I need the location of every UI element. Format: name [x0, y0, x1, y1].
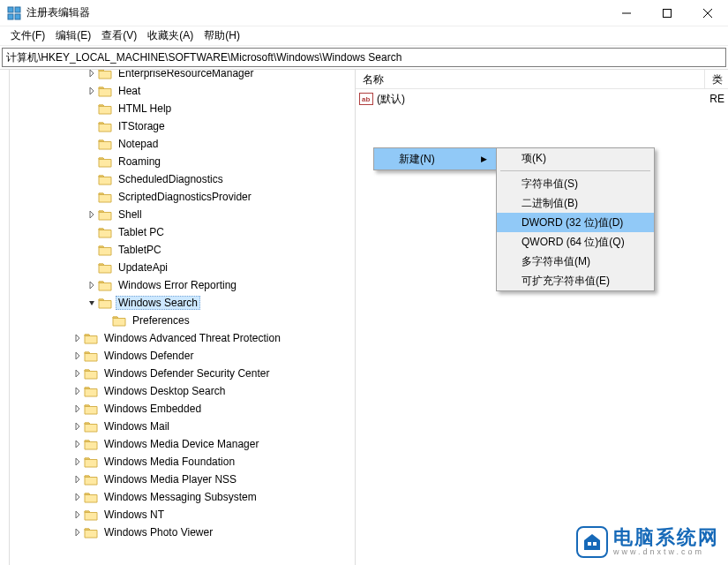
tree-node-label: Windows NT [101, 508, 167, 522]
tree-node[interactable]: Windows Photo Viewer [10, 524, 355, 541]
ctx-sub-qword[interactable]: QWORD (64 位)值(Q) [497, 232, 654, 252]
tree-node[interactable]: Windows Advanced Threat Protection [10, 329, 355, 347]
folder-icon [98, 138, 112, 150]
list-row-default[interactable]: ab (默认) RE [359, 91, 724, 107]
col-name[interactable]: 名称 [356, 70, 705, 88]
folder-icon [98, 261, 112, 274]
chevron-right-icon[interactable] [71, 508, 84, 521]
regedit-icon [7, 6, 21, 20]
chevron-down-icon[interactable] [86, 297, 98, 309]
tree-node[interactable]: Windows Desktop Search [10, 382, 355, 400]
minimize-button[interactable] [606, 0, 647, 26]
content-area: EnterpriseResourceManagerHeatHTML HelpIT… [0, 69, 728, 565]
chevron-right-icon[interactable] [71, 456, 84, 468]
ctx-sub-dword[interactable]: DWORD (32 位)值(D) [497, 213, 654, 232]
ctx-item-new[interactable]: 新建(N) ▶ [374, 148, 496, 170]
tree-node-label: Windows Media Device Manager [101, 437, 261, 451]
folder-icon [84, 473, 98, 486]
tree-node[interactable]: Windows Media Device Manager [10, 435, 355, 453]
menu-view[interactable]: 查看(V) [96, 26, 142, 45]
tree-node[interactable]: Windows Media Foundation [10, 453, 355, 471]
tree-node[interactable]: Tablet PC [10, 223, 355, 241]
address-text: 计算机\HKEY_LOCAL_MACHINE\SOFTWARE\Microsof… [6, 50, 402, 65]
folder-icon [84, 456, 98, 468]
folder-icon [98, 244, 112, 256]
watermark-sub: www.dnxtw.com [613, 547, 719, 556]
folder-icon [98, 155, 112, 168]
chevron-right-icon[interactable] [71, 385, 84, 397]
chevron-right-icon[interactable] [71, 403, 84, 415]
tree-node[interactable]: Windows Mail [10, 418, 355, 435]
tree-node-label: Preferences [130, 313, 192, 328]
svg-rect-2 [8, 14, 13, 19]
tree-node[interactable]: Roaming [10, 153, 355, 170]
tree-node[interactable]: Notepad [10, 135, 355, 153]
ctx-sub-multi[interactable]: 多字符串值(M) [497, 252, 654, 271]
chevron-right-icon[interactable] [71, 491, 84, 503]
chevron-right-icon[interactable] [71, 473, 84, 486]
chevron-right-icon[interactable] [71, 438, 84, 450]
tree-node[interactable]: Windows Defender Security Center [10, 365, 355, 382]
tree-node-label: Windows Search [116, 296, 200, 310]
tree-node[interactable]: Heat [10, 82, 355, 100]
menu-help[interactable]: 帮助(H) [199, 26, 245, 45]
folder-icon [84, 491, 98, 503]
chevron-right-icon[interactable] [71, 332, 84, 344]
tree-node-label: Windows Messaging Subsystem [101, 490, 259, 504]
chevron-right-icon[interactable] [86, 208, 98, 221]
tree-node[interactable]: ITStorage [10, 117, 355, 135]
tree-node-label: HTML Help [116, 102, 174, 116]
tree-node[interactable]: Windows Defender [10, 347, 355, 365]
svg-rect-3 [15, 14, 20, 19]
tree-node[interactable]: Windows Embedded [10, 400, 355, 418]
tree-node[interactable]: ScheduledDiagnostics [10, 170, 355, 188]
close-button[interactable] [687, 0, 728, 26]
chevron-right-icon[interactable] [71, 350, 84, 362]
ctx-sub-string[interactable]: 字符串值(S) [497, 174, 654, 193]
chevron-right-icon[interactable] [86, 85, 98, 97]
tree-node[interactable]: Windows NT [10, 506, 355, 524]
chevron-right-icon[interactable] [71, 526, 84, 539]
string-value-icon: ab [359, 93, 373, 105]
tree-node[interactable]: Windows Search [10, 294, 355, 312]
chevron-right-icon[interactable] [71, 420, 84, 433]
menu-file[interactable]: 文件(F) [5, 26, 50, 45]
ctx-sub-key[interactable]: 项(K) [497, 148, 654, 168]
menu-favorites[interactable]: 收藏夹(A) [142, 26, 199, 45]
tree-node[interactable]: Windows Error Reporting [10, 276, 355, 294]
svg-rect-12 [593, 542, 597, 546]
chevron-right-icon[interactable] [86, 279, 98, 291]
tree-node-label: ScriptedDiagnosticsProvider [116, 190, 254, 204]
window-controls [606, 0, 728, 26]
tree-node[interactable]: TabletPC [10, 241, 355, 259]
tree-node-label: Windows Media Player NSS [101, 472, 239, 486]
tree-node-label: Shell [116, 207, 145, 222]
tree-node-label: Windows Media Foundation [101, 455, 237, 469]
svg-rect-0 [8, 7, 13, 12]
tree-node[interactable]: ScriptedDiagnosticsProvider [10, 188, 355, 206]
menu-edit[interactable]: 编辑(E) [50, 26, 96, 45]
maximize-button[interactable] [647, 0, 687, 26]
tree-node[interactable]: UpdateApi [10, 259, 355, 276]
context-menu: 新建(N) ▶ [373, 147, 497, 170]
tree-node-label: Windows Embedded [101, 402, 204, 416]
tree-node[interactable]: Windows Media Player NSS [10, 471, 355, 488]
folder-icon [84, 332, 98, 344]
address-bar[interactable]: 计算机\HKEY_LOCAL_MACHINE\SOFTWARE\Microsof… [2, 48, 726, 67]
ctx-sub-expand[interactable]: 可扩充字符串值(E) [497, 271, 654, 290]
tree-node[interactable]: Windows Messaging Subsystem [10, 488, 355, 506]
col-type[interactable]: 类 [705, 70, 728, 88]
tree-node[interactable]: HTML Help [10, 100, 355, 117]
tree-node-label: Windows Photo Viewer [101, 525, 215, 539]
tree-node-label: Windows Defender [101, 349, 196, 363]
tree-panel[interactable]: EnterpriseResourceManagerHeatHTML HelpIT… [10, 70, 356, 565]
tree-node[interactable]: Preferences [10, 312, 355, 329]
folder-icon [98, 85, 112, 97]
chevron-right-icon[interactable] [71, 367, 84, 380]
tree-node[interactable]: EnterpriseResourceManager [10, 70, 355, 82]
tree-node-label: Windows Desktop Search [101, 384, 228, 398]
ctx-sub-binary[interactable]: 二进制值(B) [497, 193, 654, 213]
tree-node[interactable]: Shell [10, 206, 355, 223]
list-body[interactable]: ab (默认) RE 新建(N) ▶ 项(K) 字符串值(S) 二进制值(B) … [356, 89, 728, 565]
chevron-right-icon[interactable] [86, 70, 98, 79]
